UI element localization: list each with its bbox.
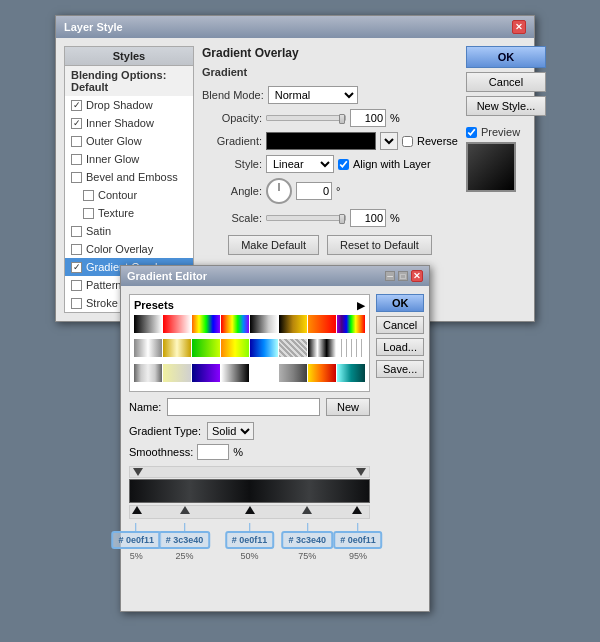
- blend-mode-select[interactable]: Normal: [268, 86, 358, 104]
- gradient-picker[interactable]: [266, 132, 376, 150]
- close-icon[interactable]: ✕: [512, 20, 526, 34]
- preset-dark-gray[interactable]: [279, 364, 307, 382]
- preset-lines[interactable]: [337, 339, 365, 357]
- opacity-stop-left[interactable]: [133, 468, 143, 476]
- annotation-pct-25pct: 25%: [175, 551, 193, 561]
- opacity-thumb[interactable]: [339, 114, 345, 124]
- preset-gold[interactable]: [279, 315, 307, 333]
- sidebar-item-inner-shadow[interactable]: Inner Shadow: [65, 114, 193, 132]
- preset-stripe[interactable]: [279, 339, 307, 357]
- gradient-editor-save-button[interactable]: Save...: [376, 360, 424, 378]
- checkbox-outer-glow[interactable]: [71, 136, 82, 147]
- sidebar-item-outer-glow[interactable]: Outer Glow: [65, 132, 193, 150]
- gradient-editor-load-button[interactable]: Load...: [376, 338, 424, 356]
- checkbox-satin[interactable]: [71, 226, 82, 237]
- new-style-button[interactable]: New Style...: [466, 96, 546, 116]
- annotation-box-75pct: # 3c3e40: [282, 531, 334, 549]
- gradient-type-select[interactable]: Solid: [207, 422, 254, 440]
- checkbox-contour[interactable]: [83, 190, 94, 201]
- gradient-dropdown[interactable]: [380, 132, 398, 150]
- preview-checkbox[interactable]: [466, 127, 477, 138]
- preset-indigo[interactable]: [192, 364, 220, 382]
- reverse-checkbox[interactable]: [402, 136, 413, 147]
- name-label: Name:: [129, 401, 161, 413]
- checkbox-inner-glow[interactable]: [71, 154, 82, 165]
- angle-input[interactable]: [296, 182, 332, 200]
- minimize-icon[interactable]: ─: [385, 271, 395, 281]
- stop-annotations: # 0e0f11 5% # 3c3e40 25%: [129, 523, 370, 603]
- color-stop-95pct[interactable]: [352, 506, 362, 514]
- gradient-editor-ok-button[interactable]: OK: [376, 294, 424, 312]
- checkbox-color-overlay[interactable]: [71, 244, 82, 255]
- preset-bw2[interactable]: [308, 339, 336, 357]
- scale-slider[interactable]: [266, 215, 346, 221]
- preset-fire[interactable]: [308, 364, 336, 382]
- cancel-button[interactable]: Cancel: [466, 72, 546, 92]
- scale-input[interactable]: [350, 209, 386, 227]
- sidebar-item-bevel[interactable]: Bevel and Emboss: [65, 168, 193, 186]
- maximize-icon[interactable]: □: [398, 271, 408, 281]
- sidebar-item-color-overlay[interactable]: Color Overlay: [65, 240, 193, 258]
- color-stop-50pct[interactable]: [245, 506, 255, 514]
- preset-red-trans[interactable]: [163, 315, 191, 333]
- color-stop-5pct[interactable]: [132, 506, 142, 514]
- preset-violet[interactable]: [337, 315, 365, 333]
- color-stop-75pct[interactable]: [302, 506, 312, 514]
- checkbox-gradient-overlay[interactable]: [71, 262, 82, 273]
- preset-trans-black[interactable]: [221, 364, 249, 382]
- color-stops-bar: [129, 505, 370, 519]
- color-stop-25pct[interactable]: [180, 506, 190, 514]
- make-default-button[interactable]: Make Default: [228, 235, 319, 255]
- gradient-editor-close-icon[interactable]: ✕: [411, 270, 423, 282]
- preset-spectrum[interactable]: [221, 315, 249, 333]
- sidebar-item-blending[interactable]: Blending Options: Default: [65, 66, 193, 96]
- gradient-editor-cancel-button[interactable]: Cancel: [376, 316, 424, 334]
- gradient-type-row: Gradient Type: Solid: [129, 422, 370, 440]
- gradient-editor-right-buttons: OK Cancel Load... Save...: [376, 294, 424, 603]
- smoothness-input[interactable]: 100: [197, 444, 229, 460]
- subsection-title: Gradient: [202, 66, 458, 78]
- preset-bw[interactable]: [134, 315, 162, 333]
- gradient-name-input[interactable]: Custom: [167, 398, 320, 416]
- preset-gold2[interactable]: [163, 339, 191, 357]
- scale-thumb[interactable]: [339, 214, 345, 224]
- sidebar-item-label: Outer Glow: [86, 135, 142, 147]
- presets-expand-icon[interactable]: ▶: [357, 300, 365, 311]
- preset-gray[interactable]: [250, 315, 278, 333]
- preset-white-trans[interactable]: [250, 364, 278, 382]
- main-gradient-bar[interactable]: [129, 479, 370, 503]
- preset-chrome[interactable]: [134, 364, 162, 382]
- preset-rainbow[interactable]: [192, 315, 220, 333]
- style-select[interactable]: Linear: [266, 155, 334, 173]
- sidebar-item-inner-glow[interactable]: Inner Glow: [65, 150, 193, 168]
- sidebar-item-drop-shadow[interactable]: Drop Shadow: [65, 96, 193, 114]
- preset-warm[interactable]: [221, 339, 249, 357]
- sidebar-item-contour[interactable]: Contour: [65, 186, 193, 204]
- gradient-editor-titlebar: Gradient Editor ─ □ ✕: [121, 266, 429, 286]
- opacity-stop-right[interactable]: [356, 468, 366, 476]
- sidebar-item-label: Bevel and Emboss: [86, 171, 178, 183]
- preset-blue[interactable]: [250, 339, 278, 357]
- smoothness-unit: %: [233, 446, 243, 458]
- sidebar-item-texture[interactable]: Texture: [65, 204, 193, 222]
- checkbox-bevel[interactable]: [71, 172, 82, 183]
- align-layer-checkbox[interactable]: [338, 159, 349, 170]
- checkbox-drop-shadow[interactable]: [71, 100, 82, 111]
- angle-dial[interactable]: [266, 178, 292, 204]
- checkbox-pattern-overlay[interactable]: [71, 280, 82, 291]
- new-gradient-button[interactable]: New: [326, 398, 370, 416]
- blend-mode-row: Blend Mode: Normal: [202, 86, 458, 104]
- preset-orange-red[interactable]: [308, 315, 336, 333]
- ok-button[interactable]: OK: [466, 46, 546, 68]
- checkbox-texture[interactable]: [83, 208, 94, 219]
- reset-default-button[interactable]: Reset to Default: [327, 235, 432, 255]
- opacity-slider[interactable]: [266, 115, 346, 121]
- preset-green[interactable]: [192, 339, 220, 357]
- sidebar-item-satin[interactable]: Satin: [65, 222, 193, 240]
- preset-teal[interactable]: [337, 364, 365, 382]
- checkbox-stroke[interactable]: [71, 298, 82, 309]
- checkbox-inner-shadow[interactable]: [71, 118, 82, 129]
- opacity-input[interactable]: [350, 109, 386, 127]
- preset-pastel[interactable]: [163, 364, 191, 382]
- preset-silver[interactable]: [134, 339, 162, 357]
